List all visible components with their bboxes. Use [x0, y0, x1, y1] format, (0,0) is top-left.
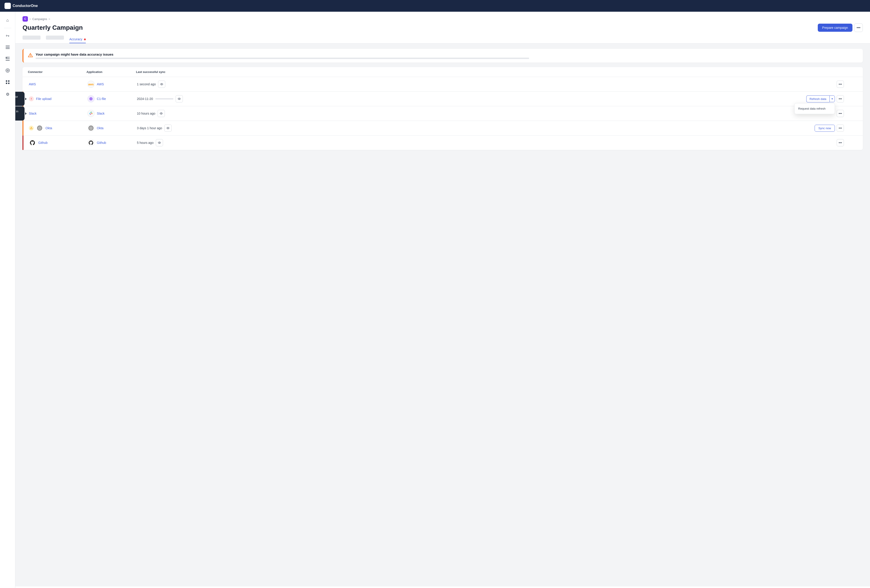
svg-rect-25: [91, 112, 91, 113]
home-icon: ⌂: [6, 18, 9, 23]
more-button-fileupload[interactable]: •••: [837, 95, 844, 103]
explore-icon: [6, 68, 10, 74]
svg-rect-6: [6, 58, 10, 59]
svg-rect-17: [31, 98, 31, 99]
github-connector-icon: [29, 139, 36, 146]
brand-logo[interactable]: ConductorOne: [4, 3, 38, 9]
ellipsis-icon: •••: [857, 26, 861, 30]
sync-now-button[interactable]: Sync now: [815, 125, 835, 132]
connector-cell-aws: AWS: [29, 82, 87, 86]
svg-rect-7: [6, 60, 10, 61]
table-row: Okta Okta 3 days 1 hour a: [22, 121, 863, 135]
accuracy-dot: [84, 39, 86, 40]
slack-app-icon: [87, 110, 95, 117]
warning-icon-okta: [29, 126, 34, 131]
tab-accuracy[interactable]: Accuracy: [69, 36, 86, 43]
sidebar-item-explore[interactable]: [3, 66, 13, 76]
action-cell-aws: •••: [799, 80, 844, 88]
warning-bar: [36, 58, 529, 59]
svg-rect-24: [89, 113, 90, 114]
connector-link-github[interactable]: Github: [38, 141, 48, 144]
aws-app-link[interactable]: AWS: [97, 82, 104, 86]
svg-rect-3: [6, 47, 10, 48]
slack-app-link[interactable]: Slack: [97, 112, 104, 115]
more-button-slack[interactable]: •••: [837, 110, 844, 117]
okta-connector-icon: [36, 125, 43, 132]
view-button-fileupload[interactable]: [176, 95, 183, 103]
github-app-icon: [87, 139, 95, 146]
svg-point-15: [30, 56, 31, 57]
sidebar-item-grid[interactable]: [3, 78, 13, 88]
svg-rect-30: [90, 114, 91, 115]
more-button-aws[interactable]: •••: [837, 80, 844, 88]
error-icon-fileupload: [29, 96, 34, 101]
view-button-okta[interactable]: [164, 125, 171, 132]
request-data-refresh-item[interactable]: Request data refresh: [795, 105, 835, 113]
view-button-slack[interactable]: [158, 110, 165, 117]
app-cell-github: Github: [87, 139, 137, 146]
view-button-aws[interactable]: [158, 80, 165, 88]
c1-file-link[interactable]: C1-file: [97, 97, 106, 101]
main-layout: ⌂ 🗝: [0, 12, 870, 588]
okta-app-link[interactable]: Okta: [97, 126, 104, 130]
sidebar-item-tasks[interactable]: [3, 54, 13, 64]
more-options-button[interactable]: •••: [854, 24, 863, 32]
refresh-data-button[interactable]: Refresh data: [806, 95, 830, 103]
svg-point-40: [167, 128, 168, 128]
page-content: C > Campaigns > Quarterly Campaign Prepa…: [15, 12, 870, 588]
tab-placeholder-1[interactable]: [22, 36, 40, 40]
github-app-link[interactable]: Github: [97, 141, 106, 144]
aws-app-icon: aws: [87, 80, 95, 88]
svg-point-16: [161, 84, 162, 85]
sync-cell-fileupload: 2024-11-20: [137, 95, 799, 103]
connector-cell-fileupload: File upload: [29, 96, 87, 101]
header-connector: Connector: [28, 70, 86, 74]
sync-progress-bar: [155, 98, 173, 100]
refresh-data-dropdown-button[interactable]: ▾: [830, 95, 835, 102]
svg-rect-11: [8, 80, 9, 82]
prepare-campaign-button[interactable]: Prepare campaign: [818, 24, 852, 32]
slack-tooltip: Connector hasn't synced in more than 2 d…: [15, 106, 25, 121]
header-actions: [799, 70, 844, 74]
top-navigation: ConductorOne: [0, 0, 870, 12]
sidebar-item-home[interactable]: ⌂: [3, 15, 13, 25]
breadcrumb-sep1: >: [29, 17, 31, 21]
tab-placeholder-2[interactable]: [46, 36, 64, 40]
refresh-dropdown-menu: Request data refresh: [794, 103, 835, 114]
svg-point-8: [6, 68, 9, 72]
brand-name: ConductorOne: [13, 4, 38, 8]
page-title-row: Quarterly Campaign Prepare campaign •••: [22, 24, 863, 32]
table-row: AWS aws AWS 1 second ago: [22, 77, 863, 92]
page-header: C > Campaigns > Quarterly Campaign Prepa…: [15, 12, 870, 43]
connector-link-fileupload[interactable]: File upload: [36, 97, 52, 101]
app-cell-okta: Okta: [87, 125, 137, 132]
connector-link-slack[interactable]: Slack: [29, 112, 36, 115]
svg-rect-10: [6, 80, 7, 82]
svg-point-21: [91, 98, 91, 99]
c1-app-icon: [87, 95, 95, 103]
more-button-github[interactable]: •••: [837, 139, 844, 146]
svg-point-1: [7, 5, 8, 6]
more-button-okta[interactable]: •••: [837, 125, 844, 132]
warning-triangle-icon: [28, 53, 33, 58]
sync-cell-github: 5 hours ago: [137, 139, 799, 146]
action-cell-fileupload: Refresh data ▾ Request data refresh •••: [799, 95, 844, 103]
svg-point-31: [161, 113, 162, 114]
connector-link-okta[interactable]: Okta: [45, 126, 52, 130]
sync-cell-aws: 1 second ago: [137, 80, 799, 88]
sidebar-item-settings[interactable]: ⚙: [3, 89, 13, 99]
connector-link-aws[interactable]: AWS: [29, 82, 36, 86]
view-button-github[interactable]: [156, 139, 163, 146]
sidebar-item-keys[interactable]: 🗝: [3, 31, 13, 41]
svg-rect-2: [6, 46, 10, 46]
breadcrumb-campaigns[interactable]: Campaigns: [33, 17, 47, 21]
svg-point-33: [31, 128, 31, 129]
header-actions: Prepare campaign •••: [818, 24, 863, 32]
tasks-icon: [6, 57, 10, 62]
warning-banner: Your campaign might have data accuracy i…: [22, 49, 863, 63]
logo-icon: [4, 3, 11, 9]
svg-rect-12: [6, 83, 7, 84]
sync-time-fileupload: 2024-11-20: [137, 97, 153, 101]
table-row: Connector hasn't synced in more than 2 d…: [22, 106, 863, 121]
sidebar-item-list[interactable]: [3, 43, 13, 52]
